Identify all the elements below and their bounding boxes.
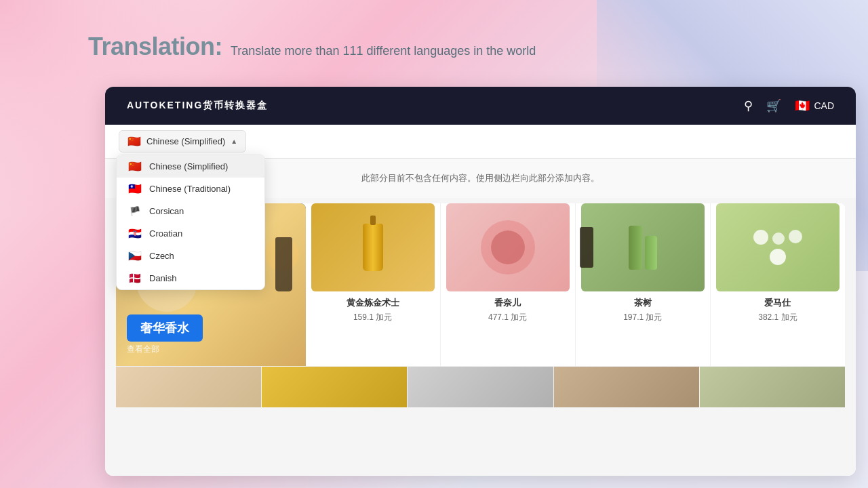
- navbar-actions: ⚲ 🛒 🇨🇦 CAD: [744, 98, 834, 113]
- language-selector-bar: 🇨🇳 Chinese (Simplified) ▲ 🇨🇳 Chinese (Si…: [105, 125, 856, 159]
- product-card-3[interactable]: 茶树 197.1 加元: [576, 203, 711, 366]
- flag-corsican-icon: 🏴: [127, 206, 142, 216]
- bottom-img-5: [700, 367, 845, 407]
- language-selector-button[interactable]: 🇨🇳 Chinese (Simplified) ▲: [119, 130, 246, 152]
- flag-china-icon: 🇨🇳: [127, 161, 142, 171]
- product-name-3: 茶树: [581, 297, 705, 309]
- search-icon[interactable]: ⚲: [744, 98, 753, 113]
- flag-denmark-icon: 🇩🇰: [127, 273, 142, 283]
- bottom-img-1: [116, 367, 261, 407]
- current-lang-flag: 🇨🇳: [127, 135, 141, 148]
- navbar-brand: AUTOKETING货币转换器盒: [127, 100, 268, 112]
- product-image-3: [581, 203, 705, 291]
- bottom-img-2: [262, 367, 407, 407]
- product-price-1: 159.1 加元: [311, 312, 435, 323]
- lang-option-corsican[interactable]: 🏴 Corsican: [117, 200, 264, 222]
- lang-label-czech: Czech: [149, 251, 174, 261]
- product-price-2: 477.1 加元: [446, 312, 570, 323]
- content-area: 🇨🇳 Chinese (Simplified) ▲ 🇨🇳 Chinese (Si…: [105, 125, 856, 476]
- bottom-product-placeholder-4: [554, 367, 700, 407]
- language-dropdown: 🇨🇳 Chinese (Simplified) 🇹🇼 Chinese (Trad…: [116, 155, 265, 290]
- product-card-1[interactable]: 黄金炼金术士 159.1 加元: [306, 203, 441, 366]
- product-card-2[interactable]: 香奈儿 477.1 加元: [441, 203, 576, 366]
- lang-label-zh-hant: Chinese (Traditional): [149, 184, 231, 194]
- product-image-2: [446, 203, 570, 291]
- product-image-1: [311, 203, 435, 291]
- products-row: 黄金炼金术士 159.1 加元 香奈儿 477.1 加元: [306, 203, 846, 366]
- product-name-4: 爱马仕: [716, 297, 840, 309]
- product-card-4[interactable]: 爱马仕 382.1 加元: [711, 203, 845, 366]
- bottom-product-placeholder-1: [116, 367, 262, 407]
- product-name-1: 黄金炼金术士: [311, 297, 435, 309]
- chevron-up-icon: ▲: [231, 138, 237, 145]
- product-name-2: 香奈儿: [446, 297, 570, 309]
- lang-option-croatian[interactable]: 🇭🇷 Croatian: [117, 222, 264, 245]
- product-price-4: 382.1 加元: [716, 312, 840, 323]
- page-header: Translation: Translate more than 111 dif…: [88, 33, 536, 61]
- flag-croatia-icon: 🇭🇷: [127, 228, 142, 239]
- lang-option-czech[interactable]: 🇨🇿 Czech: [117, 245, 264, 267]
- flag-czech-icon: 🇨🇿: [127, 251, 142, 261]
- page-title: Translation:: [88, 33, 222, 61]
- promo-sub-label: 查看全部: [127, 344, 159, 355]
- bottom-product-placeholder-3: [408, 367, 553, 407]
- product-price-3: 197.1 加元: [581, 312, 705, 323]
- lang-label-zh-hans: Chinese (Simplified): [149, 161, 228, 171]
- lang-option-zh-hans[interactable]: 🇨🇳 Chinese (Simplified): [117, 155, 264, 178]
- bottom-products-row: [116, 366, 845, 407]
- flag-ca-icon: 🇨🇦: [795, 98, 810, 113]
- currency-code: CAD: [814, 100, 834, 111]
- current-lang-label: Chinese (Simplified): [146, 136, 225, 146]
- bottom-img-3: [408, 367, 553, 407]
- promo-label: 奢华香水: [127, 314, 203, 342]
- lang-label-danish: Danish: [149, 273, 176, 283]
- navbar: AUTOKETING货币转换器盒 ⚲ 🛒 🇨🇦 CAD: [105, 87, 856, 125]
- lang-label-croatian: Croatian: [149, 228, 182, 239]
- bottom-img-4: [554, 367, 699, 407]
- bottle-silhouette: [275, 237, 292, 291]
- lang-option-zh-hant[interactable]: 🇹🇼 Chinese (Traditional): [117, 178, 264, 200]
- page-subtitle: Translate more than 111 different langua…: [231, 44, 536, 58]
- lang-label-corsican: Corsican: [149, 206, 184, 216]
- currency-selector[interactable]: 🇨🇦 CAD: [795, 98, 834, 113]
- center-notice-text: 此部分目前不包含任何内容。使用侧边栏向此部分添加内容。: [361, 173, 599, 183]
- browser-window: AUTOKETING货币转换器盒 ⚲ 🛒 🇨🇦 CAD 🇨🇳 Chinese (…: [105, 87, 856, 476]
- bottom-product-placeholder-2: [262, 367, 408, 407]
- lang-option-danish[interactable]: 🇩🇰 Danish: [117, 267, 264, 289]
- flag-taiwan-icon: 🇹🇼: [127, 184, 142, 194]
- cart-icon[interactable]: 🛒: [766, 98, 781, 113]
- bottom-product-placeholder-5: [700, 367, 845, 407]
- product-image-4: [716, 203, 840, 291]
